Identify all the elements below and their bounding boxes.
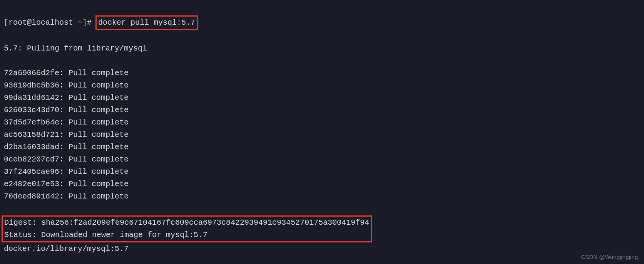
pulling-header: 5.7: Pulling from library/mysql (4, 42, 640, 55)
layer-line: 99da31dd6142: Pull complete (4, 92, 640, 104)
layer-line: d2ba16033dad: Pull complete (4, 141, 640, 153)
layer-line: 626033c43d70: Pull complete (4, 104, 640, 116)
layer-line: 70deed891d42: Pull complete (4, 190, 640, 203)
layer-line: 93619dbc5b36: Pull complete (4, 79, 640, 92)
watermark: CSDN @Wangjingjing. (581, 252, 639, 262)
layer-line: ac563158d721: Pull complete (4, 129, 640, 141)
command-highlight-box: docker pull mysql:5.7 (95, 15, 198, 30)
layer-line: 37f2405cae96: Pull complete (4, 166, 640, 178)
layer-line: e2482e017e53: Pull complete (4, 178, 640, 190)
terminal-output: [root@localhost ~]# docker pull mysql:5.… (0, 0, 644, 264)
layer-line: 37d5d7efb64e: Pull complete (4, 116, 640, 129)
prompt-line: [root@localhost ~]# docker pull mysql:5.… (4, 15, 640, 30)
result-highlight-box: Digest: sha256:f2ad209efe9c67104167fc609… (2, 215, 372, 242)
status-line: Status: Downloaded newer image for mysql… (4, 229, 369, 241)
layers-list: 72a69066d2fe: Pull complete93619dbc5b36:… (4, 67, 640, 203)
layer-line: 0ceb82207cd7: Pull complete (4, 153, 640, 166)
layer-line: 72a69066d2fe: Pull complete (4, 67, 640, 79)
command-text: docker pull mysql:5.7 (98, 18, 195, 27)
shell-prompt: [root@localhost ~]# (4, 18, 96, 27)
final-reference-line: docker.io/library/mysql:5.7 (4, 243, 640, 255)
digest-line: Digest: sha256:f2ad209efe9c67104167fc609… (4, 217, 369, 229)
